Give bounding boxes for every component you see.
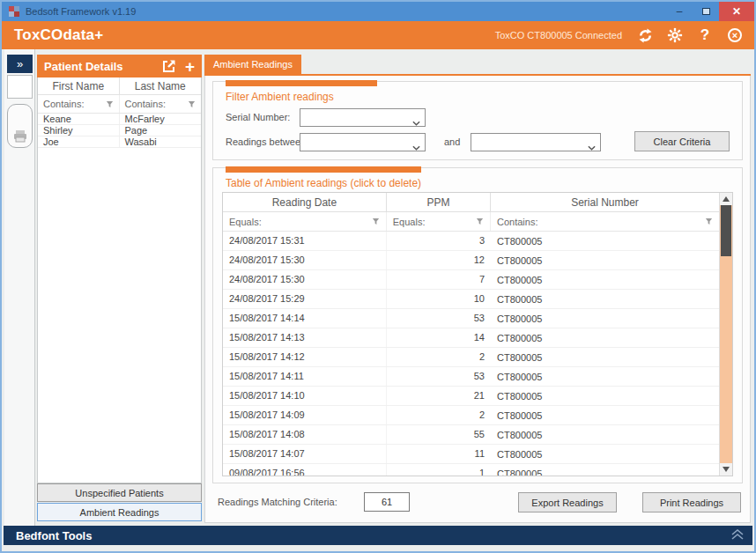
- filter-funnel-icon[interactable]: [476, 218, 484, 225]
- serial-cell: CT800005: [491, 313, 719, 324]
- reading-row[interactable]: 15/08/2017 14:09 2 CT800005: [223, 406, 719, 425]
- patient-table: First Name Last Name Contains: Contains:: [37, 77, 202, 483]
- ppm-cell: 14: [387, 328, 491, 347]
- filter-funnel-icon[interactable]: [106, 100, 114, 108]
- window-titlebar: Bedsoft Framework v1.19 – ✕: [2, 2, 754, 21]
- unspecified-patients-button[interactable]: Unspecified Patients: [37, 483, 202, 502]
- add-patient-button[interactable]: +: [185, 58, 195, 75]
- sidebar-tool-slot: [7, 75, 33, 99]
- serial-cell: CT800005: [491, 430, 719, 440]
- reading-row[interactable]: 09/08/2017 16:56 1 CT800005: [223, 464, 719, 476]
- export-readings-button[interactable]: Export Readings: [518, 492, 617, 512]
- sync-icon[interactable]: [636, 26, 654, 44]
- reading-date-cell: 15/08/2017 14:12: [223, 348, 387, 366]
- patient-col-last-name[interactable]: Last Name: [120, 77, 202, 95]
- maximize-button[interactable]: [693, 2, 719, 21]
- patient-last-name: McFarley: [120, 114, 202, 124]
- ppm-cell: 3: [387, 232, 491, 250]
- serial-number-select[interactable]: [300, 108, 426, 127]
- readings-between-label: Readings between:: [226, 136, 308, 147]
- col-ppm[interactable]: PPM: [387, 193, 491, 212]
- patient-filter-last[interactable]: Contains:: [120, 95, 202, 113]
- connection-status: ToxCO CT800005 Connected: [495, 30, 622, 41]
- patient-col-first-name[interactable]: First Name: [38, 77, 120, 95]
- matching-criteria-label: Readings Matching Criteria:: [218, 497, 337, 507]
- filter-funnel-icon[interactable]: [705, 218, 713, 225]
- ambient-readings-button[interactable]: Ambient Readings: [37, 503, 202, 521]
- sidebar-print-tool[interactable]: [7, 104, 33, 148]
- bedfont-tools-title: Bedfont Tools: [16, 529, 92, 542]
- and-label: and: [444, 136, 460, 147]
- serial-cell: CT800005: [491, 410, 719, 421]
- reading-row[interactable]: 15/08/2017 14:13 14 CT800005: [223, 328, 719, 348]
- minimize-button[interactable]: –: [666, 2, 693, 21]
- scroll-down-arrow[interactable]: [720, 463, 732, 476]
- tab-ambient-readings[interactable]: Ambient Readings: [204, 55, 301, 74]
- patient-first-name: Joe: [38, 136, 120, 147]
- reading-date-cell: 24/08/2017 15:30: [223, 251, 387, 269]
- sidebar-expand-button[interactable]: »: [7, 55, 33, 73]
- scrollbar-thumb[interactable]: [721, 205, 731, 256]
- patient-details-panel: Patient Details + First Name Last Na: [37, 55, 202, 521]
- reading-date-cell: 15/08/2017 14:10: [223, 387, 387, 405]
- readings-to-select[interactable]: [471, 133, 601, 151]
- reading-row[interactable]: 15/08/2017 14:14 53 CT800005: [223, 309, 719, 328]
- patient-filter-first[interactable]: Contains:: [38, 95, 120, 113]
- filter-funnel-icon[interactable]: [372, 218, 380, 225]
- reading-row[interactable]: 15/08/2017 14:07 11 CT800005: [223, 445, 719, 464]
- scrollbar-track[interactable]: [720, 205, 732, 463]
- close-button[interactable]: ✕: [719, 2, 754, 21]
- patient-row[interactable]: Joe Wasabi: [38, 136, 201, 148]
- reading-row[interactable]: 15/08/2017 14:11 53 CT800005: [223, 367, 719, 387]
- readings-from-select[interactable]: [300, 133, 426, 151]
- ppm-cell: 2: [387, 348, 491, 366]
- patient-first-name: Shirley: [38, 125, 120, 136]
- reading-row[interactable]: 24/08/2017 15:30 12 CT800005: [223, 251, 719, 270]
- matching-criteria-input[interactable]: [364, 492, 410, 512]
- reading-row[interactable]: 24/08/2017 15:30 7 CT800005: [223, 270, 719, 290]
- clear-criteria-button[interactable]: Clear Criteria: [634, 131, 730, 151]
- reading-row[interactable]: 15/08/2017 14:08 55 CT800005: [223, 425, 719, 445]
- filter-funnel-icon[interactable]: [188, 100, 196, 108]
- settings-gear-icon[interactable]: [666, 26, 684, 44]
- disconnect-icon[interactable]: ×: [726, 26, 744, 44]
- reading-row[interactable]: 24/08/2017 15:29 10 CT800005: [223, 290, 719, 309]
- ambient-readings-panel: Ambient Readings Filter Ambient readings…: [204, 55, 751, 523]
- ppm-cell: 2: [387, 406, 491, 424]
- scroll-up-arrow[interactable]: [720, 193, 732, 205]
- filter-reading-date[interactable]: Equals:: [223, 212, 387, 231]
- patient-row[interactable]: Keane McFarley: [38, 114, 201, 125]
- expand-up-icon[interactable]: [731, 527, 744, 543]
- reading-row[interactable]: 24/08/2017 15:31 3 CT800005: [223, 232, 719, 251]
- maximize-icon: [702, 8, 710, 15]
- filter-serial[interactable]: Contains:: [491, 212, 719, 231]
- reading-row[interactable]: 15/08/2017 14:12 2 CT800005: [223, 348, 719, 367]
- bedfont-tools-bar[interactable]: Bedfont Tools: [4, 526, 752, 545]
- reading-row[interactable]: 15/08/2017 14:10 21 CT800005: [223, 387, 719, 406]
- tab-content: Filter Ambient readings Serial Number: R…: [204, 76, 751, 523]
- vertical-scrollbar[interactable]: [719, 193, 732, 476]
- filter-ppm[interactable]: Equals:: [387, 212, 491, 231]
- print-readings-button[interactable]: Print Readings: [642, 492, 741, 512]
- col-reading-date[interactable]: Reading Date: [223, 193, 387, 212]
- patient-list: Keane McFarley Shirley Page Joe Wasabi: [38, 114, 201, 148]
- app-header: ToxCOdata+ ToxCO CT800005 Connected: [2, 21, 754, 49]
- reading-date-cell: 15/08/2017 14:14: [223, 309, 387, 328]
- reading-date-cell: 15/08/2017 14:13: [223, 328, 387, 347]
- open-external-icon[interactable]: [162, 59, 177, 74]
- app-title: ToxCOdata+: [14, 26, 103, 44]
- ppm-cell: 11: [387, 445, 491, 463]
- serial-cell: CT800005: [491, 468, 719, 476]
- reading-date-cell: 15/08/2017 14:07: [223, 445, 387, 463]
- patient-first-name: Keane: [38, 114, 120, 124]
- patient-row[interactable]: Shirley Page: [38, 125, 201, 136]
- col-serial-number[interactable]: Serial Number: [491, 193, 719, 212]
- reading-date-cell: 24/08/2017 15:29: [223, 290, 387, 308]
- ppm-cell: 12: [387, 251, 491, 269]
- group-accent-bar: [226, 80, 377, 86]
- ppm-cell: 55: [387, 425, 491, 444]
- serial-cell: CT800005: [491, 449, 719, 460]
- help-icon[interactable]: ?: [696, 26, 714, 44]
- window-title: Bedsoft Framework v1.19: [26, 6, 136, 17]
- patient-last-name: Page: [120, 125, 202, 136]
